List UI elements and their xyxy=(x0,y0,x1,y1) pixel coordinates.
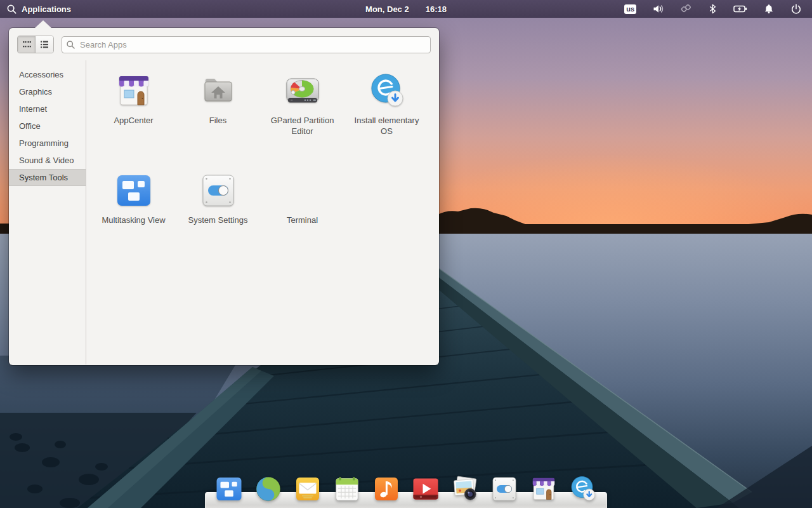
list-view-button[interactable] xyxy=(36,36,53,53)
app-grid: AppCenter Files GParted Partition Editor… xyxy=(86,60,439,365)
category-system-tools[interactable]: System Tools xyxy=(9,169,86,186)
datetime-button[interactable]: Mon, Dec 2 16:18 xyxy=(365,4,447,14)
category-accessories[interactable]: Accessories xyxy=(9,66,86,83)
gparted-icon xyxy=(282,70,323,111)
category-internet[interactable]: Internet xyxy=(9,100,86,117)
app-terminal[interactable]: Terminal xyxy=(260,168,344,267)
files-icon xyxy=(198,70,239,111)
top-panel: Applications Mon, Dec 2 16:18 us xyxy=(0,0,812,18)
category-sound-video[interactable]: Sound & Video xyxy=(9,152,86,169)
grid-view-icon xyxy=(22,39,32,50)
missing-icon xyxy=(282,170,323,211)
grid-view-button[interactable] xyxy=(18,36,36,53)
category-programming[interactable]: Programming xyxy=(9,135,86,152)
app-system-settings[interactable]: System Settings xyxy=(176,168,260,267)
category-sidebar: Accessories Graphics Internet Office Pro… xyxy=(9,60,86,365)
dock xyxy=(205,492,607,508)
popup-arrow xyxy=(35,20,51,28)
dock-install-elementary-os[interactable] xyxy=(568,474,598,504)
system-tray: us xyxy=(624,0,812,18)
mail-icon xyxy=(292,474,323,504)
install-elementary-os-icon xyxy=(568,474,598,504)
dock-multitasking-view[interactable] xyxy=(214,474,244,504)
search-icon xyxy=(66,40,75,50)
search-icon xyxy=(6,4,17,15)
dock-calendar[interactable] xyxy=(332,474,362,504)
appcenter-icon xyxy=(114,70,154,111)
dock-system-settings[interactable] xyxy=(489,474,520,504)
applications-label: Applications xyxy=(22,4,71,14)
web-browser-icon xyxy=(253,474,284,504)
dock-appcenter[interactable] xyxy=(528,474,559,504)
app-files[interactable]: Files xyxy=(176,68,260,168)
multitasking-view-icon xyxy=(214,474,244,504)
category-graphics[interactable]: Graphics xyxy=(9,83,86,100)
dock-mail[interactable] xyxy=(292,474,323,504)
battery-charging-icon[interactable] xyxy=(733,3,747,15)
search-apps-input[interactable] xyxy=(62,36,431,53)
applications-menu-button[interactable]: Applications xyxy=(0,0,71,18)
system-settings-icon xyxy=(489,474,520,504)
install-elementary-os-icon xyxy=(367,70,407,111)
panel-time: 16:18 xyxy=(426,4,447,14)
app-gparted[interactable]: GParted Partition Editor xyxy=(260,68,344,168)
power-icon[interactable] xyxy=(790,3,802,15)
search-apps-field xyxy=(62,36,431,53)
list-view-icon xyxy=(39,39,49,50)
applications-menu-popup: Accessories Graphics Internet Office Pro… xyxy=(9,28,439,365)
system-settings-icon xyxy=(198,170,239,211)
bluetooth-icon[interactable] xyxy=(708,3,717,15)
dock-photos[interactable] xyxy=(450,474,480,504)
dock-web-browser[interactable] xyxy=(253,474,284,504)
view-switcher xyxy=(17,36,54,53)
panel-date: Mon, Dec 2 xyxy=(365,4,409,14)
network-offline-icon[interactable] xyxy=(680,3,692,15)
keyboard-layout-label: us xyxy=(624,4,636,14)
menu-toolbar xyxy=(9,28,439,60)
dock-videos[interactable] xyxy=(410,474,441,504)
music-icon xyxy=(371,474,402,504)
volume-icon[interactable] xyxy=(652,3,664,15)
calendar-icon xyxy=(332,474,362,504)
videos-icon xyxy=(410,474,441,504)
app-install-elementary-os[interactable]: Install elementary OS xyxy=(344,68,429,168)
app-multitasking-view[interactable]: Multitasking View xyxy=(91,168,176,267)
appcenter-icon xyxy=(528,474,559,504)
keyboard-layout-indicator[interactable]: us xyxy=(624,4,636,14)
multitasking-view-icon xyxy=(114,170,154,211)
photos-icon xyxy=(450,474,480,504)
category-office[interactable]: Office xyxy=(9,117,86,135)
app-appcenter[interactable]: AppCenter xyxy=(91,68,176,168)
dock-music[interactable] xyxy=(371,474,402,504)
notifications-bell-icon[interactable] xyxy=(763,3,775,15)
